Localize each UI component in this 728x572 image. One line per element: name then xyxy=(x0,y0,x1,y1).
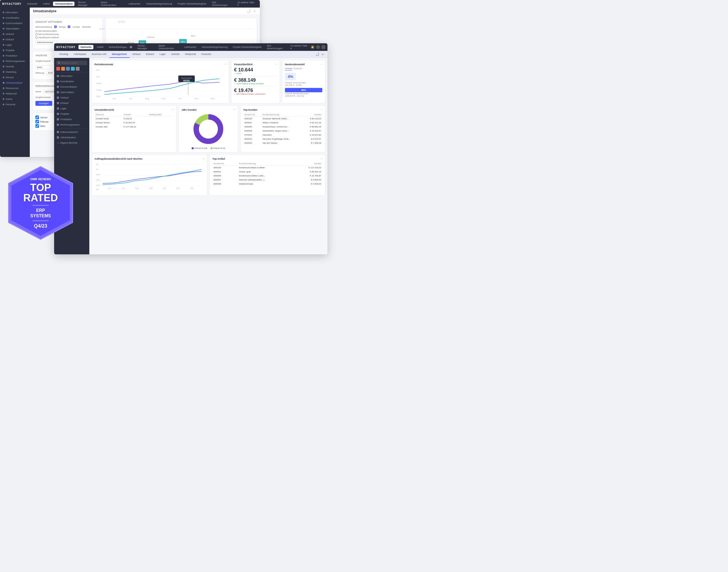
front-si-rechnungswesen[interactable]: Rechnungswesen xyxy=(54,122,89,128)
back-si-umsatzanalyse[interactable]: Umsatzanalyse xyxy=(0,80,30,85)
back-si-ressourcen[interactable]: Ressourcen xyxy=(0,85,30,91)
front-subtab-arbeitsplatz[interactable]: Arbeitsplatz xyxy=(71,51,89,58)
front-si-information[interactable]: Information xyxy=(54,73,89,79)
back-feb-check[interactable] xyxy=(35,120,39,123)
back-si-koordination[interactable]: Koordination xyxy=(0,15,30,20)
front-si-kommunikation[interactable]: Kommunikation xyxy=(54,84,89,89)
front-subtab-vertrieb[interactable]: Vertrieb xyxy=(168,51,182,58)
abc-kunden-menu[interactable]: ··· xyxy=(233,108,236,111)
back-nav-projekt[interactable]: Projekt-/Verkaufsbelegliste xyxy=(176,2,208,6)
front-si-lager[interactable]: Lager xyxy=(54,106,89,111)
front-nav-termin[interactable]: Termin-Manager xyxy=(136,44,155,51)
front-tab-close[interactable]: × xyxy=(130,46,132,49)
front-nav-ordner[interactable]: Meine Ordnerstruktur xyxy=(156,44,181,51)
front-nav-verkauf-tab[interactable]: Verkaufsbelegau... × xyxy=(106,45,134,49)
back-si-projekte[interactable]: Projekte xyxy=(0,48,30,53)
fs-icon-orange[interactable] xyxy=(61,67,65,71)
front-nav-projekt[interactable]: Projekt-/Verkaufsbelegliste xyxy=(231,45,264,49)
front-subtab-webportal[interactable]: Webportal xyxy=(182,51,199,58)
front-settings-icon[interactable] xyxy=(321,53,325,56)
fs-icon-red[interactable] xyxy=(56,67,60,71)
back-si-einkauf[interactable]: Einkauf xyxy=(0,37,30,42)
front-subtab-einstieg[interactable]: Einstieg xyxy=(57,51,71,58)
top-artikel-menu[interactable]: ··· xyxy=(320,157,323,160)
front-si-verkauf[interactable]: Verkauf xyxy=(54,95,89,100)
search-input[interactable] xyxy=(61,62,83,64)
front-si-datenaustausch[interactable]: Datenaustausch xyxy=(54,129,89,135)
front-nav-startseite[interactable]: Startseite xyxy=(78,45,93,49)
notification-icon[interactable]: 🔔 xyxy=(311,45,314,49)
periodenumsatz-menu[interactable]: ··· xyxy=(224,63,226,66)
back-radio-kurz[interactable] xyxy=(35,33,38,35)
fs-icon-blue[interactable] xyxy=(66,67,70,71)
front-nav-verkauf2[interactable]: Verkaufsbelegerfassung xyxy=(200,45,229,49)
neukundenanteil-menu[interactable]: ··· xyxy=(320,63,323,66)
back-si-produktion[interactable]: Produktion xyxy=(0,53,30,59)
back-si-webportal[interactable]: Webportal xyxy=(0,91,30,96)
back-nav-startseite[interactable]: Startseite xyxy=(25,2,39,6)
finanzueberblick-menu[interactable]: ··· xyxy=(275,63,277,66)
front-subtab-business[interactable]: Business-Info xyxy=(89,51,110,58)
back-si-rechnungswesen[interactable]: Rechnungswesen xyxy=(0,59,30,64)
back-nav-ordner[interactable]: Meine Ordnerstruktur xyxy=(99,0,125,7)
back-si-lager[interactable]: Lager xyxy=(0,42,30,48)
front-subtab-management[interactable]: Management xyxy=(110,51,130,58)
back-si-verkauf[interactable]: Verkauf xyxy=(0,31,30,37)
profile-icon[interactable] xyxy=(316,45,320,49)
back-si-vertrieb[interactable]: Vertrieb xyxy=(0,64,30,69)
back-radio-alle[interactable] xyxy=(35,30,38,32)
svg-point-28 xyxy=(199,120,218,139)
back-nav-artikel[interactable]: Artikel xyxy=(41,2,52,6)
back-kalender-select[interactable]: Kalendermonate xyxy=(35,40,57,45)
front-nav-lieferanten[interactable]: Lieferanten xyxy=(182,45,198,49)
front-subtab-einkauf[interactable]: Einkauf xyxy=(143,51,157,58)
top-kunden-menu[interactable]: ··· xyxy=(320,108,323,111)
auftragsbestand-menu[interactable]: ··· xyxy=(203,157,205,160)
badge-inner: OMR REVIEWS TOP RATED ERP SYSTEMS Q4/23 xyxy=(5,171,76,234)
front-si-stammdaten[interactable]: Stammdaten xyxy=(54,89,89,95)
front-nav-more[interactable]: 12 weitere Tabs ▾ xyxy=(289,44,309,51)
back-si-personal[interactable]: Personal xyxy=(0,102,30,107)
front-si-produktion[interactable]: Produktion xyxy=(54,117,89,122)
front-si-koordination[interactable]: Koordination xyxy=(54,79,89,84)
back-menge-checkbox[interactable] xyxy=(54,25,57,28)
back-umsatz-checkbox[interactable] xyxy=(68,25,70,28)
front-nav-zeit[interactable]: Zeit-Abrechnungen xyxy=(265,44,287,51)
tk-col-name: Kurzbezeichnung xyxy=(262,113,303,117)
back-nav-termin[interactable]: Termin-Manager xyxy=(76,0,97,7)
settings-icon[interactable] xyxy=(253,9,257,13)
fs-icon-teal[interactable] xyxy=(71,67,75,71)
back-anzeigen-button[interactable]: Anzeigen xyxy=(35,101,52,106)
back-nav-verkauf[interactable]: Verkaufsbelegerfassung xyxy=(144,2,174,6)
refresh-icon[interactable] xyxy=(247,9,250,13)
back-mar-check[interactable] xyxy=(35,124,39,128)
grid-icon[interactable] xyxy=(321,45,325,49)
front-search-box[interactable] xyxy=(56,61,87,65)
nk-tab-zuwachs[interactable]: Zuwachs xyxy=(293,67,302,71)
fs-icon-grey[interactable] xyxy=(76,67,80,71)
front-subtab-verkauf[interactable]: Verkauf xyxy=(130,51,143,58)
front-refresh-icon[interactable] xyxy=(315,53,319,56)
back-nav-more[interactable]: 12 weitere Tabs ▾ xyxy=(235,0,258,7)
front-si-administration[interactable]: Administration xyxy=(54,135,89,140)
back-check-handels[interactable] xyxy=(35,37,38,39)
front-nav-artikel[interactable]: Artikel xyxy=(95,45,105,49)
back-proz-select[interactable]: (leer) xyxy=(35,65,52,69)
front-si-einkauf[interactable]: Einkauf xyxy=(54,100,89,106)
back-si-kommunikation[interactable]: Kommunikation xyxy=(0,20,30,26)
nk-tab-umsatz[interactable]: Umsatz xyxy=(285,67,292,71)
back-nav-zeit[interactable]: Zeit-Abrechnungen xyxy=(210,0,234,7)
back-si-information[interactable]: Information xyxy=(0,10,30,15)
front-subtab-finanzen[interactable]: Finanzen xyxy=(199,51,214,58)
front-si-projekte[interactable]: Projekte xyxy=(54,111,89,117)
back-si-stammdaten[interactable]: Stammdaten xyxy=(0,26,30,31)
back-si-service[interactable]: Service xyxy=(0,75,30,80)
back-page-title: Umsatzanalyse xyxy=(33,9,57,13)
back-jan-check[interactable] xyxy=(35,116,39,119)
back-nav-umsatz[interactable]: Umsatzanalyse xyxy=(53,2,74,6)
umsatzuebersicht-menu[interactable]: ··· xyxy=(171,108,174,111)
back-si-marketing[interactable]: Marketing xyxy=(0,69,30,75)
back-si-kasse[interactable]: Kasse xyxy=(0,96,30,102)
front-subtab-lager[interactable]: Lager xyxy=(157,51,168,58)
back-nav-lieferanten[interactable]: Lieferanten xyxy=(126,2,142,6)
